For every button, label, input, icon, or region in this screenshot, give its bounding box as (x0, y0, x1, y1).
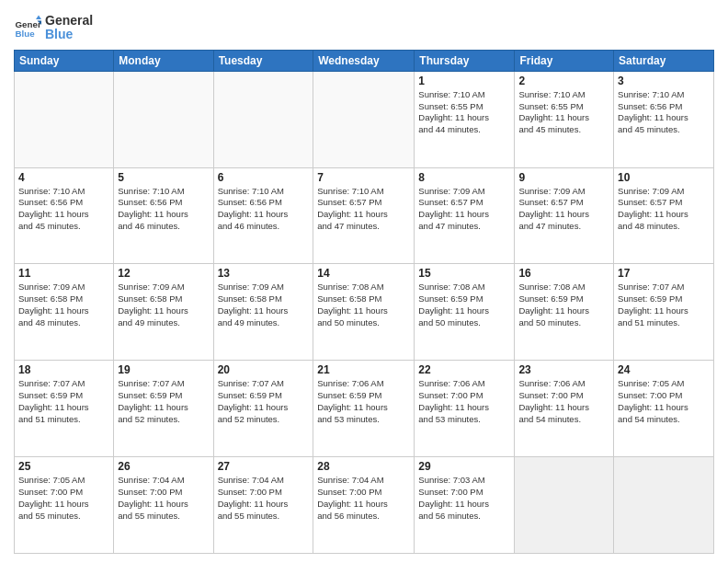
header: General Blue General Blue (14, 14, 714, 42)
week-row-1: 4Sunrise: 7:10 AMSunset: 6:56 PMDaylight… (15, 167, 714, 264)
week-row-3: 18Sunrise: 7:07 AMSunset: 6:59 PMDayligh… (15, 361, 714, 457)
week-row-0: 1Sunrise: 7:10 AMSunset: 6:55 PMDaylight… (15, 71, 714, 167)
day-info: Sunrise: 7:08 AMSunset: 6:59 PMDaylight:… (518, 282, 609, 328)
day-number: 5 (118, 171, 209, 184)
logo: General Blue General Blue (14, 14, 93, 42)
day-number: 6 (218, 171, 310, 184)
day-number: 25 (18, 460, 109, 473)
calendar-body: 1Sunrise: 7:10 AMSunset: 6:55 PMDaylight… (15, 71, 714, 553)
day-number: 9 (518, 171, 609, 184)
calendar-cell: 17Sunrise: 7:07 AMSunset: 6:59 PMDayligh… (614, 264, 714, 361)
day-info: Sunrise: 7:09 AMSunset: 6:58 PMDaylight:… (18, 282, 109, 328)
day-number: 18 (18, 363, 109, 376)
day-info: Sunrise: 7:09 AMSunset: 6:57 PMDaylight:… (618, 186, 710, 233)
logo-line2: Blue (45, 28, 93, 41)
calendar-cell: 11Sunrise: 7:09 AMSunset: 6:58 PMDayligh… (15, 264, 114, 361)
day-number: 29 (418, 460, 510, 473)
day-info: Sunrise: 7:05 AMSunset: 7:00 PMDaylight:… (618, 378, 710, 425)
calendar-cell: 6Sunrise: 7:10 AMSunset: 6:56 PMDaylight… (213, 167, 313, 264)
calendar-cell: 16Sunrise: 7:08 AMSunset: 6:59 PMDayligh… (515, 264, 614, 361)
day-number: 23 (518, 363, 609, 376)
day-info: Sunrise: 7:07 AMSunset: 6:59 PMDaylight:… (18, 378, 109, 425)
day-number: 22 (418, 363, 510, 376)
calendar-cell: 14Sunrise: 7:08 AMSunset: 6:58 PMDayligh… (313, 264, 415, 361)
logo-line1: General (45, 14, 93, 28)
calendar-table: SundayMondayTuesdayWednesdayThursdayFrid… (14, 50, 714, 554)
day-number: 27 (218, 460, 310, 473)
calendar-cell (213, 71, 313, 167)
day-info: Sunrise: 7:06 AMSunset: 7:00 PMDaylight:… (518, 378, 609, 425)
calendar-cell: 15Sunrise: 7:08 AMSunset: 6:59 PMDayligh… (415, 264, 515, 361)
header-row: SundayMondayTuesdayWednesdayThursdayFrid… (15, 50, 714, 71)
day-info: Sunrise: 7:09 AMSunset: 6:58 PMDaylight:… (218, 282, 310, 328)
calendar-cell (15, 71, 114, 167)
day-info: Sunrise: 7:08 AMSunset: 6:58 PMDaylight:… (317, 282, 410, 328)
day-info: Sunrise: 7:05 AMSunset: 7:00 PMDaylight:… (18, 475, 109, 522)
day-number: 7 (317, 171, 410, 184)
day-number: 19 (118, 363, 209, 376)
header-day-tuesday: Tuesday (213, 50, 313, 71)
calendar-cell: 9Sunrise: 7:09 AMSunset: 6:57 PMDaylight… (515, 167, 614, 264)
calendar-cell: 1Sunrise: 7:10 AMSunset: 6:55 PMDaylight… (415, 71, 515, 167)
calendar-cell: 7Sunrise: 7:10 AMSunset: 6:57 PMDaylight… (313, 167, 415, 264)
calendar-cell: 21Sunrise: 7:06 AMSunset: 6:59 PMDayligh… (313, 361, 415, 457)
day-info: Sunrise: 7:10 AMSunset: 6:55 PMDaylight:… (518, 89, 609, 136)
day-number: 20 (218, 363, 310, 376)
header-day-wednesday: Wednesday (313, 50, 415, 71)
svg-marker-2 (36, 16, 41, 20)
day-info: Sunrise: 7:10 AMSunset: 6:57 PMDaylight:… (317, 186, 410, 233)
header-day-monday: Monday (114, 50, 213, 71)
day-number: 8 (418, 171, 510, 184)
day-number: 2 (518, 75, 609, 87)
day-info: Sunrise: 7:04 AMSunset: 7:00 PMDaylight:… (317, 475, 410, 522)
day-number: 15 (418, 267, 510, 280)
day-info: Sunrise: 7:09 AMSunset: 6:58 PMDaylight:… (118, 282, 209, 328)
day-info: Sunrise: 7:03 AMSunset: 7:00 PMDaylight:… (418, 475, 510, 522)
day-number: 3 (618, 75, 710, 87)
calendar-cell: 4Sunrise: 7:10 AMSunset: 6:56 PMDaylight… (15, 167, 114, 264)
day-info: Sunrise: 7:10 AMSunset: 6:56 PMDaylight:… (118, 186, 209, 233)
calendar-cell (614, 457, 714, 554)
day-number: 26 (118, 460, 209, 473)
day-number: 21 (317, 363, 410, 376)
day-info: Sunrise: 7:10 AMSunset: 6:56 PMDaylight:… (18, 186, 109, 233)
day-info: Sunrise: 7:10 AMSunset: 6:55 PMDaylight:… (418, 89, 510, 136)
header-day-thursday: Thursday (415, 50, 515, 71)
calendar-header: SundayMondayTuesdayWednesdayThursdayFrid… (15, 50, 714, 71)
day-info: Sunrise: 7:07 AMSunset: 6:59 PMDaylight:… (218, 378, 310, 425)
calendar-cell: 23Sunrise: 7:06 AMSunset: 7:00 PMDayligh… (515, 361, 614, 457)
day-info: Sunrise: 7:10 AMSunset: 6:56 PMDaylight:… (618, 89, 710, 136)
day-number: 10 (618, 171, 710, 184)
day-info: Sunrise: 7:09 AMSunset: 6:57 PMDaylight:… (518, 186, 609, 233)
day-info: Sunrise: 7:04 AMSunset: 7:00 PMDaylight:… (218, 475, 310, 522)
calendar-cell: 24Sunrise: 7:05 AMSunset: 7:00 PMDayligh… (614, 361, 714, 457)
day-number: 14 (317, 267, 410, 280)
day-info: Sunrise: 7:08 AMSunset: 6:59 PMDaylight:… (418, 282, 510, 328)
day-number: 1 (418, 75, 510, 87)
header-day-saturday: Saturday (614, 50, 714, 71)
calendar-cell (313, 71, 415, 167)
day-number: 4 (18, 171, 109, 184)
header-day-sunday: Sunday (15, 50, 114, 71)
week-row-2: 11Sunrise: 7:09 AMSunset: 6:58 PMDayligh… (15, 264, 714, 361)
day-number: 13 (218, 267, 310, 280)
day-number: 11 (18, 267, 109, 280)
calendar-cell: 19Sunrise: 7:07 AMSunset: 6:59 PMDayligh… (114, 361, 213, 457)
day-info: Sunrise: 7:07 AMSunset: 6:59 PMDaylight:… (118, 378, 209, 425)
calendar-cell: 26Sunrise: 7:04 AMSunset: 7:00 PMDayligh… (114, 457, 213, 554)
day-number: 12 (118, 267, 209, 280)
day-info: Sunrise: 7:09 AMSunset: 6:57 PMDaylight:… (418, 186, 510, 233)
calendar-cell: 18Sunrise: 7:07 AMSunset: 6:59 PMDayligh… (15, 361, 114, 457)
calendar-cell: 13Sunrise: 7:09 AMSunset: 6:58 PMDayligh… (213, 264, 313, 361)
svg-text:Blue: Blue (16, 29, 36, 39)
calendar-cell: 5Sunrise: 7:10 AMSunset: 6:56 PMDaylight… (114, 167, 213, 264)
calendar-cell (114, 71, 213, 167)
calendar-cell: 25Sunrise: 7:05 AMSunset: 7:00 PMDayligh… (15, 457, 114, 554)
header-day-friday: Friday (515, 50, 614, 71)
calendar-cell: 28Sunrise: 7:04 AMSunset: 7:00 PMDayligh… (313, 457, 415, 554)
calendar-cell: 3Sunrise: 7:10 AMSunset: 6:56 PMDaylight… (614, 71, 714, 167)
calendar-cell (515, 457, 614, 554)
day-number: 28 (317, 460, 410, 473)
calendar-cell: 20Sunrise: 7:07 AMSunset: 6:59 PMDayligh… (213, 361, 313, 457)
logo-icon: General Blue (14, 14, 41, 41)
